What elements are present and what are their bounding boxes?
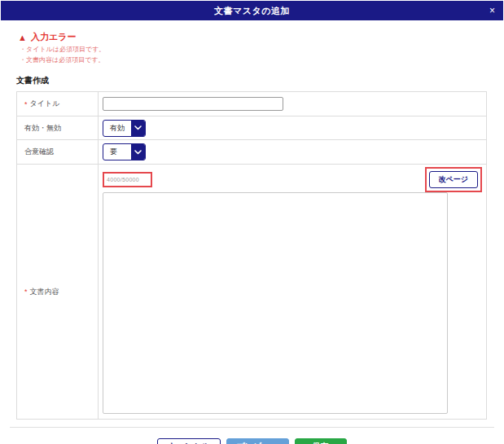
footer-divider <box>10 427 494 428</box>
cancel-button[interactable]: キャンセル <box>157 438 220 444</box>
title-value-cell <box>99 92 486 116</box>
char-counter: 4000/50000 <box>107 177 139 182</box>
status-select[interactable]: 有効 <box>103 120 146 137</box>
modal-add-document-master: 文書マスタの追加 × 入力エラー ・タイトルは必須項目です。 ・文書内容は必須項… <box>0 1 504 444</box>
error-title: 入力エラー <box>31 31 77 43</box>
status-label: 有効・無効 <box>24 123 61 134</box>
title-label: タイトル <box>30 99 60 109</box>
error-item-title-required: ・タイトルは必須項目です。 <box>20 46 504 54</box>
modal-title: 文書マスタの追加 <box>214 5 290 17</box>
section-title: 文書作成 <box>16 75 504 86</box>
document-form: * タイトル 有効・無効 有効 <box>16 91 487 420</box>
error-title-row: 入力エラー <box>18 31 504 43</box>
form-row-status: 有効・無効 有効 <box>17 116 486 140</box>
title-label-cell: * タイトル <box>17 92 99 116</box>
agreement-select-value: 要 <box>103 144 131 160</box>
form-row-agreement: 合意確認 要 <box>17 140 486 165</box>
close-icon[interactable]: × <box>489 1 495 20</box>
modal-titlebar: 文書マスタの追加 × <box>1 1 503 20</box>
agreement-label-cell: 合意確認 <box>17 140 99 164</box>
chevron-down-icon <box>131 144 145 160</box>
status-value-cell: 有効 <box>99 116 486 139</box>
content-textarea[interactable] <box>103 192 448 414</box>
content-toolbar: 4000/50000 改ページ <box>103 168 482 191</box>
error-item-content-required: ・文書内容は必須項目です。 <box>20 56 504 64</box>
required-marker: * <box>24 288 28 296</box>
title-input[interactable] <box>103 97 283 111</box>
agreement-value-cell: 要 <box>99 140 486 164</box>
content-value-cell: 4000/50000 改ページ <box>99 165 486 419</box>
annotation-highlight-counter: 4000/50000 <box>103 172 152 187</box>
chevron-down-icon <box>131 121 145 136</box>
warning-triangle-icon <box>18 33 27 42</box>
content-label: 文書内容 <box>30 287 59 297</box>
preview-button[interactable]: プレビュー <box>226 438 289 444</box>
save-button[interactable]: 保存 <box>295 438 347 444</box>
status-label-cell: 有効・無効 <box>17 116 99 139</box>
form-row-title: * タイトル <box>17 92 486 116</box>
footer-actions: キャンセル プレビュー 保存 <box>0 438 504 444</box>
validation-error-block: 入力エラー ・タイトルは必須項目です。 ・文書内容は必須項目です。 <box>18 31 504 64</box>
page-break-button[interactable]: 改ページ <box>429 171 478 188</box>
form-row-content: * 文書内容 4000/50000 改ページ <box>17 165 486 419</box>
required-marker: * <box>24 100 28 108</box>
status-select-value: 有効 <box>103 121 131 136</box>
agreement-select[interactable]: 要 <box>103 143 146 160</box>
agreement-label: 合意確認 <box>24 147 54 157</box>
annotation-highlight-pagebreak: 改ページ <box>425 167 482 192</box>
content-label-cell: * 文書内容 <box>17 165 99 419</box>
